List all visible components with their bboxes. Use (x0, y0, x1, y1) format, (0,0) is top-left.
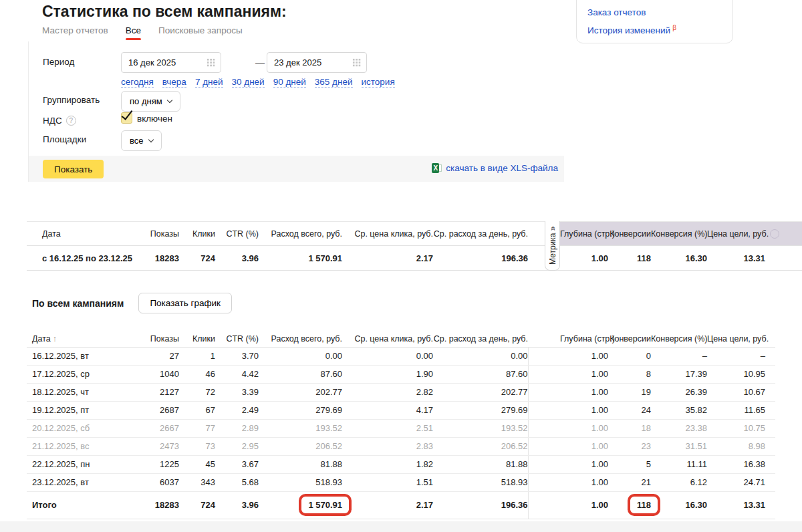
col-header-avg-day-cost: Ср. расход за день, руб. (433, 222, 528, 246)
cell: 24 (608, 401, 651, 419)
summary-avg-click-cost: 2.17 (342, 246, 433, 271)
col-header-date-sort[interactable]: Дата↑ (27, 331, 140, 347)
cell: 16.38 (707, 455, 765, 473)
period-365days-link[interactable]: 365 дней (315, 77, 353, 88)
table-row: 16.12.2025, вт 27 1 3.70 0.00 0.00 0.00 … (27, 347, 775, 365)
col-header-conversion-rate: Конверсия (%) (651, 331, 707, 347)
row-date: 22.12.2025, пн (27, 455, 140, 473)
table-row-weekend: 21.12.2025, вс 2473 73 2.95 206.52 2.83 … (27, 437, 775, 455)
cell: 196.36 (433, 491, 528, 519)
period-yesterday-link[interactable]: вчера (162, 77, 186, 88)
reports-links-panel: Заказ отчетов История измененийβ (576, 0, 733, 43)
download-xls-link[interactable]: X скачать в виде XLS-файла (432, 163, 558, 173)
col-gap (528, 331, 560, 347)
cell: 18 (608, 419, 651, 437)
col-gap (528, 365, 560, 383)
cell: 518.93 (259, 473, 342, 491)
date-range-separator: — (255, 57, 265, 68)
cell: 87.60 (259, 365, 342, 383)
period-today-link[interactable]: сегодня (121, 77, 154, 88)
cell: 3.96 (215, 491, 259, 519)
col-spacer (765, 401, 775, 419)
show-button[interactable]: Показать (43, 160, 104, 178)
cell: 2.83 (342, 437, 433, 455)
cell: 2667 (140, 419, 179, 437)
period-90days-link[interactable]: 90 дней (273, 77, 306, 88)
cell: 73 (179, 437, 215, 455)
help-question-icon[interactable]: ? (66, 116, 76, 126)
calendar-icon[interactable] (352, 58, 361, 67)
cell: 77 (179, 419, 215, 437)
period-label: Период (43, 57, 74, 67)
cell: 518.93 (433, 473, 528, 491)
cell: 23.38 (651, 419, 707, 437)
col-header-avg-click-cost: Ср. цена клика, руб. (342, 222, 433, 246)
col-gap (528, 491, 560, 519)
tab-report-master[interactable]: Мастер отчетов (42, 25, 108, 40)
cell: 1.00 (560, 347, 608, 365)
cell: 3.67 (215, 455, 259, 473)
col-spacer (765, 246, 802, 271)
cell: 2.51 (342, 419, 433, 437)
show-chart-button[interactable]: Показать график (138, 293, 232, 313)
cell: 26.39 (651, 383, 707, 401)
vat-checkbox[interactable] (121, 112, 132, 124)
calendar-icon[interactable] (207, 58, 215, 67)
col-gap (528, 419, 560, 437)
chevron-down-icon (148, 136, 153, 142)
col-spacer (765, 491, 775, 519)
cell: 1 570.91 (259, 491, 342, 519)
tab-search-queries[interactable]: Поисковые запросы (158, 25, 243, 40)
cell: 67 (179, 401, 215, 419)
summary-conversion-rate: 16.30 (651, 246, 707, 271)
filter-form: Период — сегодня вчера 7 дней 30 дней 90… (28, 41, 563, 182)
cell: 193.52 (433, 419, 528, 437)
summary-table: Дата Показы Клики CTR (%) Расход всего, … (27, 221, 802, 271)
cell: 1.00 (560, 455, 608, 473)
table-row: 18.12.2025, чт 2127 72 3.39 202.77 2.82 … (27, 383, 775, 401)
info-circle-icon[interactable] (770, 229, 779, 239)
cell: 1.00 (560, 491, 608, 519)
cell: 3.39 (215, 383, 259, 401)
cell: 35.82 (651, 401, 707, 419)
cell: 31.51 (651, 437, 707, 455)
period-7days-link[interactable]: 7 дней (195, 77, 223, 88)
cell: 13.31 (707, 491, 765, 519)
table-row: 22.12.2025, пн 1225 45 3.67 81.88 1.82 8… (27, 455, 775, 473)
col-header-avg-day-cost: Ср. расход за день, руб. (433, 331, 528, 347)
group-by-value: по дням (130, 96, 162, 106)
change-history-link[interactable]: История измененийβ (587, 25, 676, 35)
cell: 27 (140, 347, 179, 365)
bottom-divider-strip (0, 521, 802, 532)
col-gap (528, 347, 560, 365)
period-history-link[interactable]: история (362, 77, 395, 88)
cell: 23 (608, 437, 651, 455)
tab-all[interactable]: Все (126, 25, 141, 40)
cell: 1.00 (560, 419, 608, 437)
col-gap (528, 473, 560, 491)
order-reports-link[interactable]: Заказ отчетов (587, 7, 646, 17)
cell: – (707, 347, 765, 365)
cell: 1.00 (560, 473, 608, 491)
metrics-side-tab[interactable]: Метрика » (545, 221, 560, 271)
period-30days-link[interactable]: 30 дней (232, 77, 265, 88)
vat-label: НДС? (43, 116, 76, 126)
cell: 1.00 (560, 437, 608, 455)
cell: 2687 (140, 401, 179, 419)
cell: 8 (608, 365, 651, 383)
campaigns-title: По всем кампаниям (32, 298, 124, 309)
summary-header-row: Дата Показы Клики CTR (%) Расход всего, … (27, 222, 802, 246)
totals-row: Итого 18283 724 3.96 1 570.91 2.17 196.3… (27, 491, 775, 519)
platforms-dropdown[interactable]: все (121, 130, 162, 151)
cell: 17.39 (651, 365, 707, 383)
cell: 18283 (140, 491, 179, 519)
row-date: 20.12.2025, сб (27, 419, 140, 437)
summary-conversions: 118 (608, 246, 651, 271)
col-header-conversions: Конверсии (608, 222, 651, 246)
cell: 21 (608, 473, 651, 491)
col-header-avg-click-cost: Ср. цена клика, руб. (342, 331, 433, 347)
cell: 724 (179, 491, 215, 519)
page-title: Статистика по всем кампаниям: (42, 3, 287, 21)
totals-label: Итого (27, 491, 140, 519)
download-xls-label: скачать в виде XLS-файла (446, 163, 558, 173)
